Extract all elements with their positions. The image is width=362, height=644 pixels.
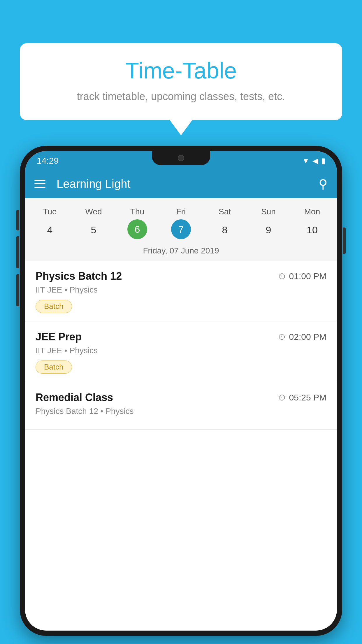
speech-bubble-container: Time-Table track timetable, upcoming cla… — [20, 43, 342, 120]
status-time: 14:29 — [37, 156, 59, 166]
schedule-item-2[interactable]: JEE Prep ⏲ 02:00 PM IIT JEE • Physics Ba… — [25, 321, 337, 382]
battery-icon: ▮ — [321, 156, 325, 165]
day-6-today[interactable]: 6 — [127, 219, 147, 239]
schedule-item-1-subtitle: IIT JEE • Physics — [36, 285, 326, 295]
clock-icon-2: ⏲ — [278, 332, 286, 342]
schedule-item-2-time: ⏲ 02:00 PM — [278, 332, 326, 342]
wifi-icon: ▼ — [302, 156, 310, 165]
phone-outer: 14:29 ▼ ◀ ▮ Learning Light ⚲ — [20, 146, 342, 636]
schedule-item-3[interactable]: Remedial Class ⏲ 05:25 PM Physics Batch … — [25, 382, 337, 430]
signal-icon: ◀ — [312, 156, 318, 165]
app-title: Learning Light — [57, 177, 310, 190]
power-button — [343, 228, 346, 254]
search-button[interactable]: ⚲ — [319, 177, 328, 191]
day-label-wed: Wed — [72, 204, 115, 219]
schedule-item-2-subtitle: IIT JEE • Physics — [36, 346, 326, 355]
day-8[interactable]: 8 — [203, 219, 247, 240]
schedule-item-3-time-value: 05:25 PM — [289, 393, 326, 402]
volume-mute-button — [16, 210, 19, 230]
schedule-item-2-title: JEE Prep — [36, 331, 82, 343]
schedule-item-1-time: ⏲ 01:00 PM — [278, 271, 326, 281]
day-9[interactable]: 9 — [247, 219, 290, 240]
day-7-selected[interactable]: 7 — [171, 219, 191, 239]
selected-date-label: Friday, 07 June 2019 — [25, 243, 337, 261]
schedule-item-3-subtitle: Physics Batch 12 • Physics — [36, 407, 326, 416]
bubble-subtitle: track timetable, upcoming classes, tests… — [37, 90, 325, 103]
schedule-item-1-time-value: 01:00 PM — [289, 271, 326, 281]
app-bar: Learning Light ⚲ — [25, 169, 337, 198]
schedule-item-1[interactable]: Physics Batch 12 ⏲ 01:00 PM IIT JEE • Ph… — [25, 261, 337, 321]
day-4[interactable]: 4 — [28, 219, 72, 240]
menu-button[interactable] — [34, 180, 45, 188]
day-5[interactable]: 5 — [72, 219, 115, 240]
schedule-item-2-badge: Batch — [36, 360, 72, 374]
day-label-fri: Fri — [159, 204, 203, 219]
front-camera — [178, 155, 184, 161]
day-10[interactable]: 10 — [290, 219, 334, 240]
phone-mockup: 14:29 ▼ ◀ ▮ Learning Light ⚲ — [20, 146, 342, 636]
phone-notch — [152, 151, 210, 165]
schedule-item-1-badge: Batch — [36, 300, 72, 313]
schedule-item-2-time-value: 02:00 PM — [289, 332, 326, 342]
day-label-sun: Sun — [247, 204, 290, 219]
schedule-item-1-header: Physics Batch 12 ⏲ 01:00 PM — [36, 270, 326, 282]
day-label-tue: Tue — [28, 204, 72, 219]
schedule-item-2-header: JEE Prep ⏲ 02:00 PM — [36, 331, 326, 343]
volume-down-button — [16, 274, 19, 306]
phone-screen: 14:29 ▼ ◀ ▮ Learning Light ⚲ — [25, 151, 337, 631]
schedule-item-3-header: Remedial Class ⏲ 05:25 PM — [36, 391, 326, 404]
schedule-item-3-time: ⏲ 05:25 PM — [278, 393, 326, 402]
clock-icon-1: ⏲ — [278, 272, 286, 281]
clock-icon-3: ⏲ — [278, 393, 286, 402]
day-label-mon: Mon — [290, 204, 334, 219]
speech-bubble: Time-Table track timetable, upcoming cla… — [20, 43, 342, 120]
schedule-item-1-title: Physics Batch 12 — [36, 270, 122, 282]
days-header: Tue Wed Thu Fri Sat Sun Mon — [25, 204, 337, 219]
bubble-title: Time-Table — [37, 58, 325, 83]
status-icons: ▼ ◀ ▮ — [302, 156, 325, 165]
day-label-sat: Sat — [203, 204, 247, 219]
volume-up-button — [16, 236, 19, 268]
schedule-list: Physics Batch 12 ⏲ 01:00 PM IIT JEE • Ph… — [25, 261, 337, 430]
schedule-item-3-title: Remedial Class — [36, 391, 113, 404]
days-numbers: 4 5 6 7 8 9 10 — [25, 219, 337, 243]
day-label-thu: Thu — [115, 204, 159, 219]
calendar-section: Tue Wed Thu Fri Sat Sun Mon 4 5 6 7 8 9 … — [25, 198, 337, 261]
